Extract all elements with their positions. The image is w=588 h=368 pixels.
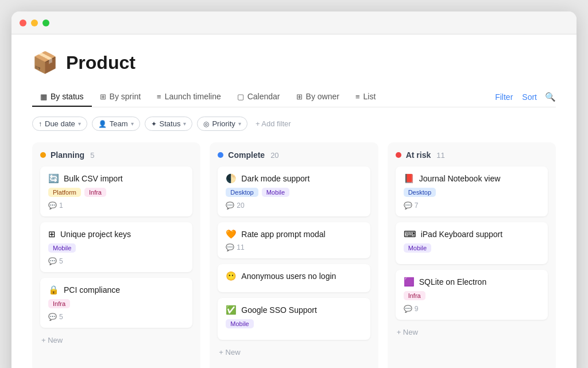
comment-icon-bulk-csv: 💬: [48, 202, 57, 210]
card-dark-mode[interactable]: 🌓 Dark mode support DesktopMobile 💬 20: [218, 166, 370, 216]
card-tags-unique-project-keys: Mobile: [48, 243, 184, 253]
tag-mobile: Mobile: [262, 188, 289, 197]
column-header-at-risk: At risk 11: [396, 150, 548, 160]
tab-launch-timeline[interactable]: ≡ Launch timeline: [149, 87, 229, 107]
tag-infra: Infra: [84, 188, 106, 197]
column-planning: Planning 5 🔄 Bulk CSV import PlatformInf…: [32, 142, 200, 368]
filter-priority[interactable]: ◎ Priority ▾: [197, 117, 247, 131]
col-title-complete: Complete: [228, 150, 265, 160]
tag-platform: Platform: [48, 188, 81, 197]
tab-calendar[interactable]: ▢ Calendar: [229, 87, 288, 107]
comment-icon-sqlite-electron: 💬: [404, 305, 412, 313]
team-chevron: ▾: [131, 121, 134, 127]
tag-desktop: Desktop: [226, 188, 258, 197]
card-icon-ipad-keyboard: ⌨: [404, 229, 416, 239]
tab-by-sprint-label: By sprint: [110, 92, 141, 101]
filter-team[interactable]: 👤 Team ▾: [92, 117, 140, 131]
card-unique-project-keys[interactable]: ⊞ Unique project keys Mobile 💬 5: [40, 222, 192, 272]
minimize-dot[interactable]: [31, 20, 38, 26]
card-google-sso[interactable]: ✅ Google SSO Support Mobile: [218, 298, 370, 340]
launch-timeline-icon: ≡: [157, 92, 161, 101]
maximize-dot[interactable]: [42, 20, 49, 26]
by-sprint-icon: ⊞: [100, 92, 106, 101]
tab-list[interactable]: ≡ List: [347, 87, 384, 107]
card-icon-pci-compliance: 🔒: [48, 285, 59, 295]
card-pci-compliance[interactable]: 🔒 PCI compliance Infra 💬 5: [40, 278, 192, 328]
card-title-bulk-csv: Bulk CSV import: [64, 174, 123, 183]
priority-label: Priority: [212, 119, 235, 128]
sort-button[interactable]: Sort: [521, 90, 538, 104]
column-at-risk: At risk 11 📕 Journal Notebook view Deskt…: [388, 142, 556, 368]
filter-due-date[interactable]: ↑ Due date ▾: [32, 117, 87, 131]
comment-count-pci-compliance: 5: [59, 313, 63, 321]
tag-mobile: Mobile: [226, 319, 253, 328]
team-icon: 👤: [98, 120, 107, 128]
tab-by-status-label: By status: [51, 92, 84, 101]
card-icon-sqlite-electron: 🟪: [404, 277, 415, 287]
tab-list-label: List: [363, 92, 376, 101]
tab-by-owner[interactable]: ⊞ By owner: [288, 87, 347, 107]
main-content: 📦 Product ▦ By status ⊞ By sprint ≡ Laun…: [11, 34, 577, 368]
card-comments-pci-compliance: 💬 5: [48, 313, 184, 321]
tag-mobile: Mobile: [48, 243, 76, 253]
app-window: 📦 Product ▦ By status ⊞ By sprint ≡ Laun…: [11, 11, 577, 368]
card-journal-notebook[interactable]: 📕 Journal Notebook view Desktop 💬 7: [396, 166, 548, 216]
add-filter-button[interactable]: + Add filter: [252, 117, 295, 130]
tabs-actions: Filter Sort 🔍: [494, 90, 556, 104]
titlebar: [11, 11, 577, 34]
tag-mobile: Mobile: [404, 243, 431, 253]
card-tags-google-sso: Mobile: [226, 319, 362, 328]
card-title-journal-notebook: Journal Notebook view: [419, 174, 501, 183]
card-title-row-sqlite-electron: 🟪 SQLite on Electron: [404, 277, 540, 287]
card-title-row-rate-app-prompt: 🧡 Rate app prompt modal: [226, 229, 362, 239]
card-title-row-anonymous-users: 😶 Anonymous users no login: [226, 271, 362, 281]
status-label: Status: [160, 119, 181, 128]
priority-icon: ◎: [203, 120, 209, 128]
tabs-row: ▦ By status ⊞ By sprint ≡ Launch timelin…: [32, 87, 556, 107]
new-button-complete[interactable]: + New: [218, 346, 241, 359]
product-icon: 📦: [32, 51, 58, 75]
new-button-at-risk[interactable]: + New: [396, 326, 419, 339]
comment-count-sqlite-electron: 9: [415, 305, 419, 313]
card-title-row-journal-notebook: 📕 Journal Notebook view: [404, 173, 540, 184]
card-comments-bulk-csv: 💬 1: [48, 202, 184, 210]
tab-by-status[interactable]: ▦ By status: [32, 87, 92, 107]
tag-infra: Infra: [48, 299, 70, 308]
filter-status[interactable]: ✦ Status ▾: [145, 117, 193, 131]
filter-button[interactable]: Filter: [494, 90, 514, 104]
card-title-sqlite-electron: SQLite on Electron: [419, 277, 487, 286]
col-count-planning: 5: [90, 151, 94, 160]
card-tags-sqlite-electron: Infra: [404, 291, 540, 300]
new-button-planning[interactable]: + New: [40, 334, 64, 347]
card-sqlite-electron[interactable]: 🟪 SQLite on Electron Infra 💬 9: [396, 270, 548, 320]
col-dot-at-risk: [396, 152, 401, 158]
tab-by-sprint[interactable]: ⊞ By sprint: [92, 87, 149, 107]
close-dot[interactable]: [20, 20, 26, 26]
card-icon-google-sso: ✅: [226, 305, 237, 315]
card-icon-rate-app-prompt: 🧡: [226, 229, 237, 239]
card-icon-dark-mode: 🌓: [226, 173, 237, 184]
calendar-icon: ▢: [237, 92, 244, 101]
card-title-unique-project-keys: Unique project keys: [60, 230, 131, 239]
card-icon-anonymous-users: 😶: [226, 271, 237, 281]
card-rate-app-prompt[interactable]: 🧡 Rate app prompt modal 💬 11: [218, 222, 370, 258]
kanban-board: Planning 5 🔄 Bulk CSV import PlatformInf…: [32, 142, 556, 368]
card-ipad-keyboard[interactable]: ⌨ iPad Keyboard support Mobile: [396, 222, 548, 264]
card-tags-pci-compliance: Infra: [48, 299, 184, 308]
comment-icon-dark-mode: 💬: [226, 202, 234, 210]
card-bulk-csv[interactable]: 🔄 Bulk CSV import PlatformInfra 💬 1: [40, 166, 192, 216]
column-header-planning: Planning 5: [40, 150, 192, 160]
tab-by-owner-label: By owner: [306, 92, 339, 101]
col-title-at-risk: At risk: [406, 150, 431, 160]
card-anonymous-users[interactable]: 😶 Anonymous users no login: [218, 264, 370, 292]
card-comments-rate-app-prompt: 💬 11: [226, 243, 362, 251]
card-title-anonymous-users: Anonymous users no login: [241, 272, 336, 281]
col-count-complete: 20: [270, 151, 278, 160]
due-date-chevron: ▾: [78, 121, 81, 127]
card-comments-unique-project-keys: 💬 5: [48, 257, 184, 265]
card-title-pci-compliance: PCI compliance: [64, 285, 120, 295]
card-comments-sqlite-electron: 💬 9: [404, 305, 540, 313]
col-dot-planning: [40, 152, 46, 158]
comment-icon-rate-app-prompt: 💬: [226, 243, 234, 251]
search-button[interactable]: 🔍: [545, 92, 556, 102]
